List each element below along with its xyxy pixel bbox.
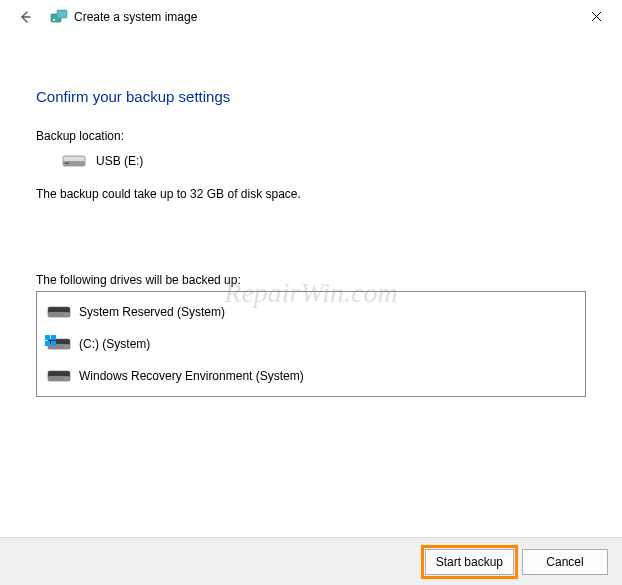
svg-rect-16 (51, 341, 56, 346)
back-button[interactable] (12, 4, 38, 30)
drive-row: System Reserved (System) (37, 296, 585, 328)
svg-rect-14 (51, 335, 56, 340)
close-icon (591, 11, 602, 22)
svg-rect-2 (57, 10, 67, 18)
footer-bar: Start backup Cancel (0, 537, 622, 585)
arrow-left-icon (17, 9, 33, 25)
svg-point-12 (65, 346, 67, 348)
drives-list: System Reserved (System) (C:) (System) W… (36, 291, 586, 397)
drive-row: Windows Recovery Environment (System) (37, 360, 585, 392)
content-area: Confirm your backup settings Backup loca… (0, 34, 622, 397)
windows-logo-icon (45, 333, 57, 345)
svg-point-19 (65, 378, 67, 380)
svg-rect-6 (65, 163, 69, 165)
svg-point-3 (53, 19, 55, 21)
drive-row: (C:) (System) (37, 328, 585, 360)
usb-drive-icon (62, 153, 86, 169)
drive-label: (C:) (System) (79, 337, 150, 351)
title-bar: Create a system image (0, 0, 622, 34)
backup-location-row: USB (E:) (62, 153, 586, 169)
hard-drive-icon (47, 367, 71, 385)
page-heading: Confirm your backup settings (36, 88, 586, 105)
backup-location-label: Backup location: (36, 129, 586, 143)
size-note: The backup could take up to 32 GB of dis… (36, 187, 586, 201)
start-backup-button[interactable]: Start backup (425, 549, 514, 575)
drive-label: System Reserved (System) (79, 305, 225, 319)
close-button[interactable] (574, 2, 618, 30)
svg-rect-15 (45, 341, 50, 346)
hard-drive-icon (47, 335, 71, 353)
system-image-icon (50, 8, 68, 26)
cancel-button[interactable]: Cancel (522, 549, 608, 575)
backup-location-value: USB (E:) (96, 154, 143, 168)
svg-rect-13 (45, 335, 50, 340)
window-title: Create a system image (74, 10, 197, 24)
hard-drive-icon (47, 303, 71, 321)
svg-point-9 (65, 314, 67, 316)
drives-list-label: The following drives will be backed up: (36, 273, 586, 287)
drive-label: Windows Recovery Environment (System) (79, 369, 304, 383)
